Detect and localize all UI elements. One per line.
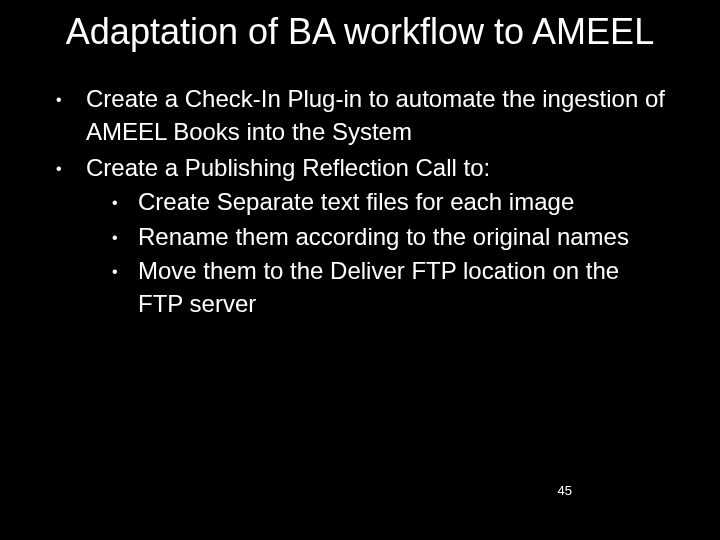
sub-bullet-list: Create Separate text files for each imag… xyxy=(106,186,670,320)
page-number: 45 xyxy=(558,483,572,498)
list-item: Create Separate text files for each imag… xyxy=(106,186,670,218)
bullet-list: Create a Check-In Plug-in to automate th… xyxy=(50,83,670,320)
slide: Adaptation of BA workflow to AMEEL Creat… xyxy=(0,0,720,540)
slide-title: Adaptation of BA workflow to AMEEL xyxy=(40,10,680,53)
list-item-text: Create a Publishing Reflection Call to: xyxy=(86,154,490,181)
list-item: Create a Check-In Plug-in to automate th… xyxy=(50,83,670,148)
list-item: Move them to the Deliver FTP location on… xyxy=(106,255,670,320)
list-item: Create a Publishing Reflection Call to: … xyxy=(50,152,670,320)
list-item: Rename them according to the original na… xyxy=(106,221,670,253)
